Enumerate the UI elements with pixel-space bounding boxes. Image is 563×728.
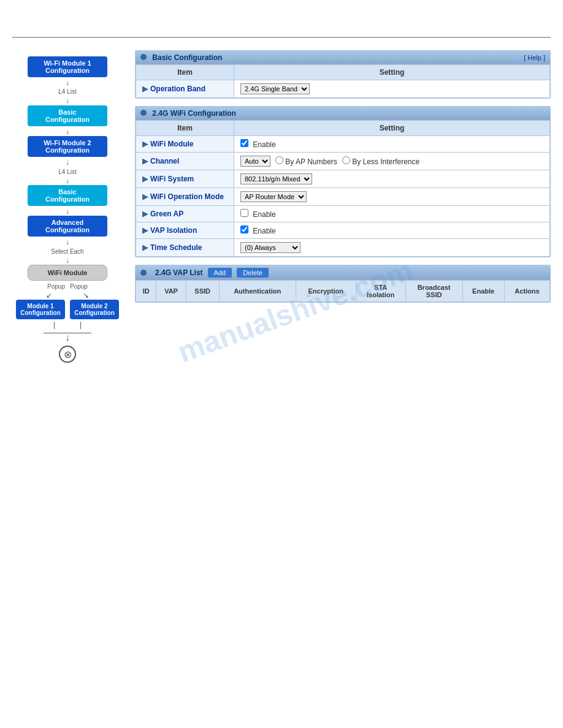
help-link[interactable]: [ Help ] [524,54,545,61]
arrow-basic1: ↓ [66,96,69,105]
nav-basic-config2[interactable]: BasicConfiguration [28,185,107,206]
channel-label: ▶Channel [136,153,234,170]
channel-select[interactable]: Auto 1 6 11 [240,156,270,167]
wifi-system-setting: 802.11b/g/n Mixed 802.11b/g 802.11n only [234,170,550,188]
vap-list-title: 2.4G VAP List [155,268,203,277]
vap-list-table: ID VAP SSID Authentication Encryption ST… [136,280,550,302]
vap-col-id: ID [136,281,156,302]
left-panel: Wi-Fi Module 1Configuration ↓ L4 List ↓ … [12,50,123,365]
l4-list1-label: L4 List [58,88,76,95]
main-layout: Wi-Fi Module 1Configuration ↓ L4 List ↓ … [12,50,551,365]
vap-col-auth: Authentication [219,281,296,302]
module1-config-box[interactable]: Module 1Configuration [16,300,65,319]
popup-row: Popup Popup [47,283,88,290]
arrow-basic2: ↓ [66,176,69,185]
final-arrow: ↓ [65,332,70,343]
basic-config2-box[interactable]: BasicConfiguration [28,185,107,206]
green-ap-checkbox[interactable] [240,209,248,217]
table-row: ▶VAP Isolation Enable [136,222,550,239]
channel-setting: Auto 1 6 11 By AP Numbers [234,153,550,170]
row-arrow: ▶ [142,226,148,235]
green-ap-setting: Enable [234,206,550,222]
table-row: ▶Operation Band 2.4G Single Band 5G Sing… [136,80,550,98]
nav-wifi-module-oval[interactable]: WiFi Module [28,265,107,281]
table-row: ▶WiFi Operation Mode AP Router Mode AP M… [136,188,550,206]
module-row: Module 1Configuration Module 2Configurat… [16,300,119,319]
nav-advanced-config[interactable]: AdvancedConfiguration [28,216,107,237]
by-ap-radio[interactable] [275,156,283,164]
operation-band-select[interactable]: 2.4G Single Band 5G Single Band Dual Ban… [240,83,310,94]
vap-col-enable: Enable [462,281,504,302]
vap-col-actions: Actions [504,281,550,302]
vap-col-vap: VAP [156,281,186,302]
select-each-label: Select Each [51,248,83,255]
nav-wifi-module2[interactable]: Wi-Fi Module 2Configuration [28,136,107,157]
wifi-op-mode-select[interactable]: AP Router Mode AP Mode Client Mode [240,191,307,202]
arrow-advanced: ↓ [66,207,69,216]
vap-delete-button[interactable]: Delete [237,268,269,278]
wifi-module2-box[interactable]: Wi-Fi Module 2Configuration [28,136,107,157]
vap-add-button[interactable]: Add [208,268,232,278]
by-less-radio[interactable] [342,156,350,164]
wifi-module-oval-box[interactable]: WiFi Module [28,265,107,281]
right-panel: Basic Configuration [ Help ] Item Settin… [135,50,551,303]
row-arrow: ▶ [142,243,148,252]
row-arrow: ▶ [142,192,148,201]
vap-isolation-checkbox-label[interactable]: Enable [240,227,276,235]
green-ap-label: ▶Green AP [136,206,234,222]
arrow-wifi2: ↓ [66,127,69,136]
row-arrow: ▶ [142,157,148,165]
wifi-col-item: Item [136,121,234,136]
green-ap-checkbox-label[interactable]: Enable [240,210,276,219]
basic-col-item: Item [136,65,234,80]
wifi-24g-table: Item Setting ▶WiFi Module En [136,120,550,257]
wifi-24g-header: 2.4G WiFi Configuration [136,107,550,120]
arrow-l4-list1: ↓ [66,78,69,87]
basic-config-header-left: Basic Configuration [140,53,222,62]
row-arrow: ▶ [142,85,148,93]
wifi-system-label: ▶WiFi System [136,170,234,188]
vap-isolation-checkbox[interactable] [240,226,248,233]
time-schedule-select[interactable]: (0) Always (1) Schedule 1 (2) Schedule 2 [240,242,301,253]
basic-config-title: Basic Configuration [152,53,222,62]
time-schedule-label: ▶Time Schedule [136,239,234,257]
row-arrow: ▶ [142,175,148,183]
header-dot [140,54,147,60]
basic-config1-box[interactable]: BasicConfiguration [28,105,107,126]
wifi-24g-section: 2.4G WiFi Configuration Item Setting [135,106,551,257]
basic-config-table: Item Setting ▶Operation Band 2.4G Single… [136,64,550,98]
vap-isolation-label: ▶VAP Isolation [136,222,234,239]
wifi-system-select[interactable]: 802.11b/g/n Mixed 802.11b/g 802.11n only [240,173,312,184]
wifi-module-label: ▶WiFi Module [136,136,234,153]
vap-col-encryption: Encryption [296,281,356,302]
wifi-op-mode-setting: AP Router Mode AP Mode Client Mode [234,188,550,206]
wifi-module-checkbox[interactable] [240,139,248,147]
nav-wifi-module1[interactable]: Wi-Fi Module 1Configuration [28,56,107,77]
time-schedule-setting: (0) Always (1) Schedule 1 (2) Schedule 2 [234,239,550,257]
wifi-header-dot [140,110,147,116]
popup-left-label: Popup [47,283,65,290]
wifi-module1-box[interactable]: Wi-Fi Module 1Configuration [28,56,107,77]
vap-col-ssid: SSID [186,281,219,302]
row-arrow: ▶ [142,140,148,148]
vap-list-section: 2.4G VAP List Add Delete ID VAP SSID Aut… [135,265,551,303]
basic-col-setting: Setting [234,65,550,80]
arrow-select-each: ↓ [66,238,69,246]
arrow-wifi-module-oval: ↓ [66,256,69,265]
nav-basic-config1[interactable]: BasicConfiguration [28,105,107,126]
wifi-24g-header-left: 2.4G WiFi Configuration [140,109,236,118]
wifi-module-checkbox-label[interactable]: Enable [240,140,276,149]
table-row: ▶Time Schedule (0) Always (1) Schedule 1… [136,239,550,257]
page: Wi-Fi Module 1Configuration ↓ L4 List ↓ … [0,0,563,728]
wifi-op-mode-label: ▶WiFi Operation Mode [136,188,234,206]
vap-list-header: 2.4G VAP List Add Delete [136,265,550,280]
l4-list2-label: L4 List [58,169,76,175]
advanced-config-box[interactable]: AdvancedConfiguration [28,216,107,237]
by-less-label[interactable]: By Less Interference [342,156,419,166]
wifi-col-setting: Setting [234,121,550,136]
by-ap-label[interactable]: By AP Numbers [275,156,337,166]
module2-config-box[interactable]: Module 2Configuration [70,300,119,319]
table-row: ▶WiFi Module Enable [136,136,550,153]
arrow-l4-list2: ↓ [66,158,69,167]
wifi-24g-title: 2.4G WiFi Configuration [152,109,236,118]
